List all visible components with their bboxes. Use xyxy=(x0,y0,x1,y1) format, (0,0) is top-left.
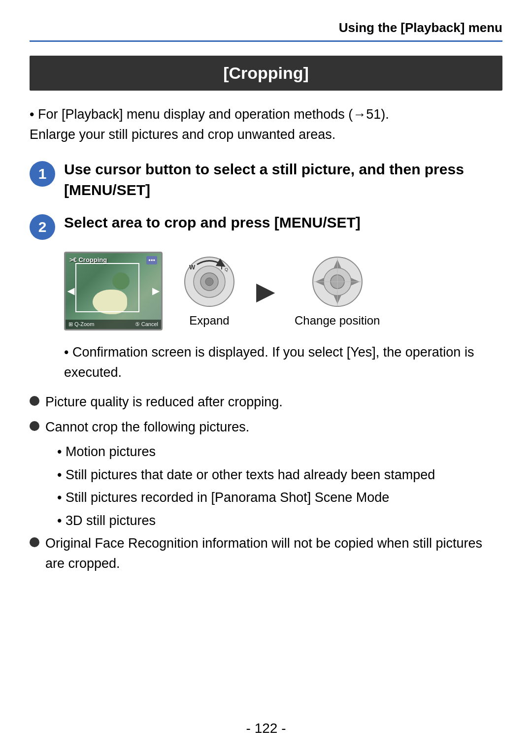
header-text: Using the [Playback] menu xyxy=(339,20,502,35)
screen-crop-area xyxy=(75,263,139,312)
sub-note-3: • Still pictures recorded in [Panorama S… xyxy=(57,488,502,508)
intro-text: • For [Playback] menu display and operat… xyxy=(30,104,502,144)
note-bullet-1-text: Picture quality is reduced after croppin… xyxy=(45,392,283,412)
camera-screen: >€ Cropping ••• ◀ ▶ ⊞ Q-Zoom ⑤ Cancel xyxy=(64,252,163,330)
change-position-label: Change position xyxy=(295,314,380,328)
dpad-svg xyxy=(310,255,365,309)
step2-container: 2 Select area to crop and press [MENU/SE… xyxy=(30,212,502,240)
intro-line2: Enlarge your still pictures and crop unw… xyxy=(30,125,502,145)
screen-bottom-right: ⑤ Cancel xyxy=(135,321,158,328)
bullet-dot-1 xyxy=(30,396,39,406)
dial-svg: W T Q xyxy=(182,255,236,309)
page-header: Using the [Playback] menu xyxy=(30,20,502,42)
expand-control: W T Q Expand xyxy=(182,255,236,328)
step1-container: 1 Use cursor button to select a still pi… xyxy=(30,159,502,200)
step2-text: Select area to crop and press [MENU/SET] xyxy=(64,212,361,233)
screen-bottom-bar: ⊞ Q-Zoom ⑤ Cancel xyxy=(66,320,161,329)
svg-text:W: W xyxy=(189,263,196,271)
step2-number: 2 xyxy=(30,214,55,240)
title-text: [Cropping] xyxy=(223,64,309,82)
screen-nav-right: ▶ xyxy=(152,286,159,296)
screen-nav-left: ◀ xyxy=(67,286,74,296)
dpad-control: Change position xyxy=(295,255,380,328)
note-bullet-1: Picture quality is reduced after croppin… xyxy=(30,392,502,412)
note-bullet-3-text: Original Face Recognition information wi… xyxy=(45,533,502,573)
screen-top-right: ••• xyxy=(146,256,157,264)
bullet-dot-3 xyxy=(30,537,39,547)
sub-note-4: • 3D still pictures xyxy=(57,511,502,531)
page-container: Using the [Playback] menu [Cropping] • F… xyxy=(0,0,532,756)
sub-note-1: • Motion pictures xyxy=(57,442,502,462)
step1-number: 1 xyxy=(30,161,55,187)
note-bullet-2-text: Cannot crop the following pictures. xyxy=(45,417,249,437)
expand-label: Expand xyxy=(189,314,229,328)
svg-text:Q: Q xyxy=(225,267,228,272)
note-bullet-2: Cannot crop the following pictures. xyxy=(30,417,502,437)
confirmation-note: • Confirmation screen is displayed. If y… xyxy=(64,342,502,382)
screen-top-label: >€ Cropping xyxy=(69,256,107,263)
page-number: - 122 - xyxy=(246,721,286,736)
svg-text:T: T xyxy=(220,263,224,271)
note-bullet-3: Original Face Recognition information wi… xyxy=(30,533,502,573)
title-bar: [Cropping] xyxy=(30,56,502,91)
step1-text: Use cursor button to select a still pict… xyxy=(64,159,502,200)
image-row: >€ Cropping ••• ◀ ▶ ⊞ Q-Zoom ⑤ Cancel xyxy=(64,252,502,330)
step2-content: >€ Cropping ••• ◀ ▶ ⊞ Q-Zoom ⑤ Cancel xyxy=(64,252,502,382)
screen-bottom-left: ⊞ Q-Zoom xyxy=(68,321,94,328)
bullet-dot-2 xyxy=(30,421,39,431)
svg-point-6 xyxy=(205,278,213,286)
arrow-icon: ▶ xyxy=(256,277,275,305)
sub-note-2: • Still pictures that date or other text… xyxy=(57,465,502,485)
intro-line1: • For [Playback] menu display and operat… xyxy=(30,104,502,125)
